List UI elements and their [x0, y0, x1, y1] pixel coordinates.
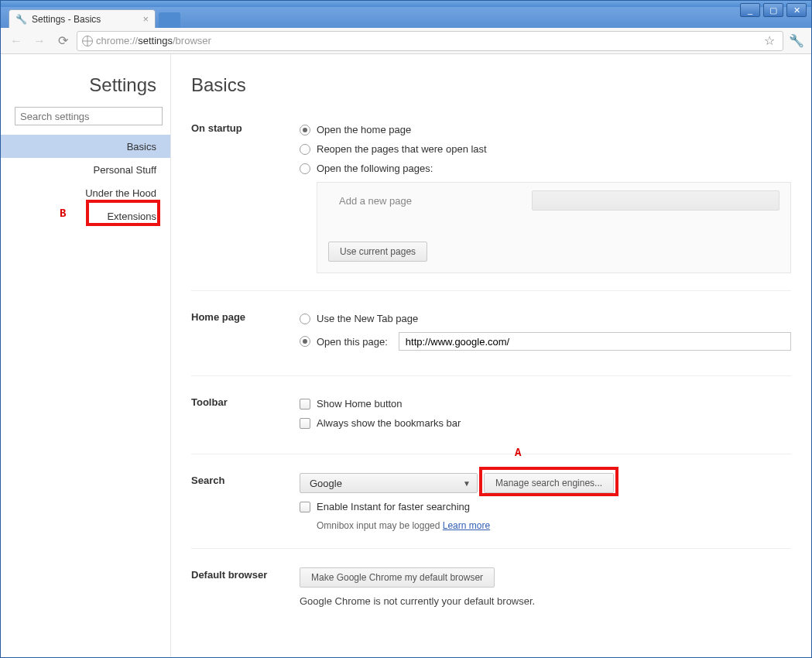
search-engine-value: Google — [310, 478, 342, 489]
browser-window: _ ▢ ✕ 🔧 Settings - Basics × ← → ⟳ chrome… — [0, 0, 812, 658]
back-button[interactable]: ← — [7, 32, 26, 50]
reload-button[interactable]: ⟳ — [53, 32, 72, 50]
section-on-startup: On startup Open the home page Reopen the… — [191, 115, 791, 291]
bookmark-star-icon[interactable]: ☆ — [761, 33, 778, 48]
section-label-default-browser: Default browser — [191, 567, 300, 607]
section-search: Search Google ▼ Manage search engines...… — [191, 467, 791, 549]
window-minimize-button[interactable]: _ — [740, 3, 760, 17]
checkbox-enable-instant[interactable] — [300, 502, 310, 512]
chevron-down-icon: ▼ — [463, 479, 471, 488]
section-home-page: Home page Use the New Tab page Open this… — [191, 303, 791, 376]
search-engine-select[interactable]: Google ▼ — [300, 473, 478, 493]
tab-close-icon[interactable]: × — [142, 13, 149, 25]
checkbox-show-bookmarks[interactable] — [300, 418, 310, 429]
sidebar-item-under-the-hood[interactable]: Under the Hood — [1, 181, 170, 204]
manage-search-engines-button[interactable]: Manage search engines... — [484, 473, 614, 493]
section-default-browser: Default browser Make Google Chrome my de… — [191, 561, 791, 624]
radio-use-ntp[interactable] — [300, 314, 310, 324]
search-settings-input[interactable] — [15, 107, 163, 125]
wrench-icon: 🔧 — [15, 14, 27, 25]
tab-strip: 🔧 Settings - Basics × — [1, 7, 811, 28]
learn-more-link[interactable]: Learn more — [443, 520, 490, 531]
radio-open-this-page-label: Open this page: — [317, 336, 388, 348]
tab-settings[interactable]: 🔧 Settings - Basics × — [9, 9, 156, 28]
window-close-button[interactable]: ✕ — [786, 3, 807, 17]
section-label-search: Search — [191, 473, 300, 531]
sidebar: Settings Basics Personal Stuff Under the… — [1, 54, 171, 657]
radio-open-home-label: Open the home page — [317, 124, 411, 135]
radio-reopen-last[interactable] — [300, 144, 310, 155]
checkbox-show-home-label: Show Home button — [317, 398, 403, 410]
checkbox-enable-instant-label: Enable Instant for faster searching — [317, 501, 470, 512]
radio-open-home[interactable] — [300, 125, 310, 135]
instant-hint: Omnibox input may be logged Learn more — [317, 520, 791, 531]
sidebar-title: Settings — [1, 74, 170, 96]
toolbar: ← → ⟳ chrome://settings/browser ☆ 🔧 — [1, 28, 811, 54]
section-label-homepage: Home page — [191, 310, 300, 358]
new-tab-button[interactable] — [159, 12, 180, 28]
homepage-url-input[interactable] — [399, 332, 791, 351]
checkbox-show-bookmarks-label: Always show the bookmarks bar — [317, 417, 461, 429]
forward-button[interactable]: → — [30, 32, 49, 50]
wrench-menu-icon[interactable]: 🔧 — [788, 33, 805, 48]
section-label-startup: On startup — [191, 121, 300, 273]
globe-icon — [82, 36, 93, 46]
checkbox-show-home[interactable] — [300, 399, 310, 410]
omnibox[interactable]: chrome://settings/browser ☆ — [77, 31, 783, 51]
section-label-toolbar: Toolbar — [191, 395, 300, 437]
main-panel: Basics On startup Open the home page Reo… — [171, 54, 811, 657]
window-maximize-button[interactable]: ▢ — [763, 3, 783, 17]
add-new-page-text[interactable]: Add a new page — [328, 195, 412, 207]
make-default-browser-button[interactable]: Make Google Chrome my default browser — [300, 567, 495, 588]
radio-open-following-label: Open the following pages: — [317, 163, 433, 174]
sidebar-item-basics[interactable]: Basics — [1, 135, 170, 158]
sidebar-item-personal-stuff[interactable]: Personal Stuff — [1, 158, 170, 181]
section-toolbar: Toolbar Show Home button Always show the… — [191, 389, 791, 454]
radio-open-this-page[interactable] — [300, 336, 310, 347]
radio-reopen-last-label: Reopen the pages that were open last — [317, 143, 487, 155]
default-browser-status: Google Chrome is not currently your defa… — [300, 595, 791, 607]
radio-use-ntp-label: Use the New Tab page — [317, 313, 418, 324]
page-title: Basics — [191, 74, 791, 96]
titlebar — [1, 1, 811, 7]
add-new-page-input[interactable] — [532, 190, 779, 211]
tab-title: Settings - Basics — [32, 14, 101, 25]
radio-open-following[interactable] — [300, 163, 310, 174]
use-current-pages-button[interactable]: Use current pages — [328, 242, 427, 262]
omnibox-url: chrome://settings/browser — [96, 35, 758, 46]
startup-pages-box: Add a new page Use current pages — [317, 182, 791, 273]
sidebar-item-extensions[interactable]: Extensions — [1, 204, 170, 228]
